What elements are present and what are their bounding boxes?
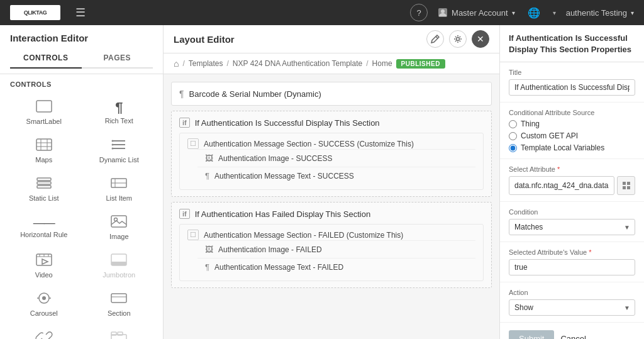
right-field-conditional-source: Conditional Attribute Source Thing Custo… <box>500 103 644 159</box>
if-success-label: If Authentication Is Successful Display … <box>195 118 380 128</box>
layout-section-if-failed[interactable]: if If Authentication Has Failed Display … <box>171 202 492 288</box>
smartlabel-label: SmartLabel <box>26 118 62 125</box>
control-link[interactable]: Link <box>8 325 80 339</box>
tabs-icon <box>110 330 128 339</box>
center-panel: Layout Editor ✕ ⌂ / Templates / NXP 424 … <box>164 25 499 339</box>
layout-editor-actions: ✕ <box>426 30 489 48</box>
svg-rect-41 <box>623 182 626 185</box>
control-image[interactable]: Image <box>83 209 156 245</box>
control-maps[interactable]: Maps <box>8 133 80 169</box>
auth-failed-subsection-label: Authentication Message Section - FAILED … <box>204 231 403 240</box>
action-select-wrapper: Show Hide <box>509 299 635 316</box>
cancel-button[interactable]: Cancel <box>560 334 586 339</box>
select-attribute-label: Select Attribute * <box>509 165 635 173</box>
layout-content: ¶ Barcode & Serial Number (Dynamic) if I… <box>164 74 499 339</box>
right-field-attribute-value: Selected Attribute's Value * <box>500 242 644 282</box>
home-breadcrumb-icon[interactable]: ⌂ <box>174 58 179 69</box>
dynamic-list-label: Dynamic List <box>99 156 139 164</box>
control-jumbotron[interactable]: Jumbotron <box>83 248 156 284</box>
select-attribute-btn[interactable] <box>617 176 635 195</box>
settings-icon <box>453 35 462 43</box>
master-account-dropdown[interactable]: Master Account ▾ <box>438 8 515 18</box>
section-label: Section <box>108 309 131 317</box>
auth-text-failed-item[interactable]: ¶ Authentication Message Text - FAILED <box>197 258 475 275</box>
auth-text-success-item[interactable]: ¶ Authentication Message Text - SUCCESS <box>197 167 475 184</box>
auth-success-subsection[interactable]: ☐ Authentication Message Section - SUCCE… <box>179 133 484 190</box>
condition-select[interactable]: Matches Contains Starts With Ends With <box>509 219 635 235</box>
right-panel-header: If Authentication Is Successful Display … <box>500 25 644 62</box>
svg-point-40 <box>457 38 460 41</box>
right-field-select-attribute: Select Attribute * <box>500 159 644 202</box>
control-list-item[interactable]: List Item <box>83 171 156 207</box>
section-icon <box>110 291 128 307</box>
action-label: Action <box>509 289 635 296</box>
auth-image-success-item[interactable]: 🖼 Authentication Image - SUCCESS <box>197 149 475 167</box>
control-smartlabel[interactable]: SmartLabel <box>8 94 80 130</box>
breadcrumb-template-name[interactable]: NXP 424 DNA Authentication Template <box>233 59 362 68</box>
settings-action-button[interactable] <box>449 30 467 48</box>
auth-text-success-label: Authentication Message Text - SUCCESS <box>214 172 354 181</box>
auth-failed-subsection[interactable]: ☐ Authentication Message Section - FAILE… <box>179 224 484 281</box>
tab-controls[interactable]: CONTROLS <box>10 48 82 69</box>
close-button[interactable]: ✕ <box>472 30 489 48</box>
controls-section-label: CONTROLS <box>0 74 163 92</box>
control-horizontal-rule[interactable]: —— Horizontal Rule <box>8 209 80 245</box>
right-field-title: Title <box>500 62 644 103</box>
auth-failed-subsection-icon: ☐ <box>187 230 199 240</box>
select-attribute-input-row <box>509 176 635 195</box>
horizontal-rule-label: Horizontal Rule <box>20 231 67 238</box>
list-item-icon <box>110 176 128 192</box>
static-list-label: Static List <box>29 194 59 202</box>
title-input[interactable] <box>509 79 635 96</box>
tab-pages[interactable]: PAGES <box>82 48 153 67</box>
svg-rect-43 <box>623 186 626 189</box>
control-rich-text[interactable]: ¶ Rich Text <box>83 94 156 130</box>
submit-button[interactable]: Submit <box>509 330 554 339</box>
control-carousel[interactable]: Carousel <box>8 286 80 322</box>
select-attribute-input[interactable] <box>509 176 614 195</box>
svg-rect-15 <box>37 182 51 184</box>
user-icon <box>438 8 448 18</box>
title-field-label: Title <box>509 69 635 76</box>
breadcrumb-templates[interactable]: Templates <box>189 59 223 68</box>
svg-point-1 <box>441 9 445 13</box>
smartlabel-icon <box>35 99 53 115</box>
hamburger-menu-icon[interactable]: ☰ <box>75 6 86 19</box>
help-button[interactable]: ? <box>410 4 428 21</box>
edit-action-button[interactable] <box>426 30 444 48</box>
control-tabs[interactable]: Tabs <box>83 325 156 339</box>
radio-template-local[interactable]: Template Local Variables <box>509 143 635 152</box>
auth-image-failed-item[interactable]: 🖼 Authentication Image - FAILED <box>197 240 475 258</box>
published-badge: PUBLISHED <box>396 59 445 69</box>
rich-text-icon: ¶ <box>115 101 123 114</box>
video-label: Video <box>35 271 53 279</box>
svg-rect-34 <box>111 294 126 303</box>
globe-icon[interactable]: 🌐 <box>525 4 543 21</box>
controls-grid: SmartLabel ¶ Rich Text Maps Dynamic List <box>0 92 163 339</box>
rich-text-label: Rich Text <box>105 117 133 125</box>
breadcrumb-home-page[interactable]: Home <box>372 59 392 68</box>
control-dynamic-list[interactable]: Dynamic List <box>83 133 156 169</box>
radio-thing[interactable]: Thing <box>509 119 635 128</box>
layout-section-barcode[interactable]: ¶ Barcode & Serial Number (Dynamic) <box>171 82 492 106</box>
layout-section-if-success[interactable]: if If Authentication Is Successful Displ… <box>171 111 492 197</box>
control-static-list[interactable]: Static List <box>8 171 80 207</box>
jumbotron-label: Jumbotron <box>103 271 135 279</box>
conditional-source-label: Conditional Attribute Source <box>509 109 635 116</box>
barcode-section-label: Barcode & Serial Number (Dynamic) <box>189 89 321 99</box>
authentic-testing-dropdown[interactable]: authentic Testing ▾ <box>566 8 634 18</box>
radio-custom-get[interactable]: Custom GET API <box>509 131 635 140</box>
svg-point-11 <box>112 140 114 142</box>
list-item-label: List Item <box>106 194 132 202</box>
attribute-value-input[interactable] <box>509 259 635 275</box>
control-section[interactable]: Section <box>83 286 156 322</box>
maps-icon <box>35 138 53 153</box>
action-select[interactable]: Show Hide <box>509 299 635 316</box>
carousel-label: Carousel <box>30 309 58 317</box>
svg-marker-27 <box>42 259 48 264</box>
auth-image-success-icon: 🖼 <box>205 153 213 163</box>
if-failed-label: If Authentication Has Failed Display Thi… <box>195 209 370 219</box>
svg-rect-29 <box>111 262 126 265</box>
control-video[interactable]: Video <box>8 248 80 284</box>
authentic-testing-caret: ▾ <box>631 9 634 16</box>
